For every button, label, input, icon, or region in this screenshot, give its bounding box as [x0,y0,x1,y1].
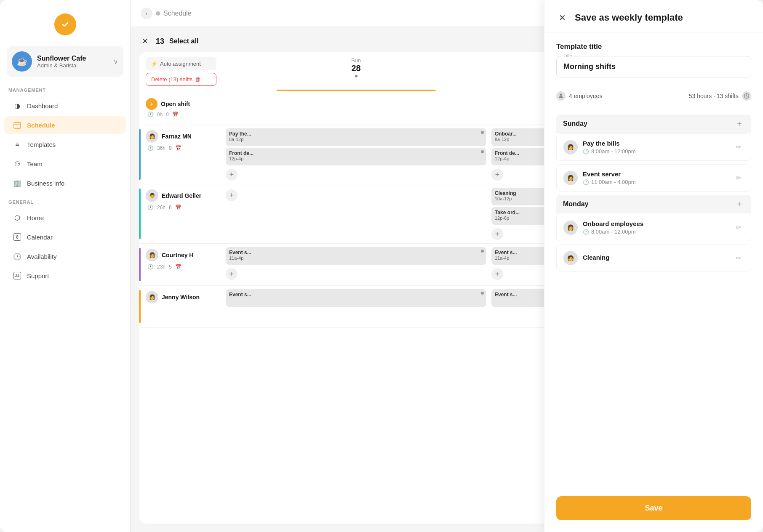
farnaz-sun-cell: Pay the... 8a-12p Front de... 12p-4p + [223,125,489,184]
emp-shifts-farnaz: 9 [169,145,172,151]
shift-dot [481,292,484,295]
add-shift-button[interactable]: + [226,268,237,280]
sidebar-item-label: Availability [27,253,57,260]
business-icon: 🏢 [13,178,22,188]
day-section-name-sunday: Sunday [563,120,587,128]
day-name-sun: Sun [227,57,486,64]
day-section-header-sunday: Sunday + [556,114,751,133]
clock-icon: 🕐 [583,149,589,154]
shift-detail-card-event-server: 👩 Event server 🕐 11:00am - 4:00pm ✏ [556,164,751,192]
emp-hours-courtney: 23h [157,264,165,270]
template-title-input[interactable] [563,62,744,71]
clock-icon: 🕐 [583,179,589,185]
shift-time: 8a-12p [229,137,483,142]
sidebar-item-availability[interactable]: 🕐 Availability [4,247,126,265]
auto-assign-button[interactable]: ⚡ Auto assignment [146,57,216,70]
sidebar-item-dashboard[interactable]: ◑ Dashboard [4,97,126,114]
calendar-icon-sm: 📅 [175,205,181,210]
edit-shift-button[interactable]: ✏ [732,222,744,234]
calendar-icon-sm: 📅 [175,145,181,151]
add-shift-button[interactable]: + [491,169,503,181]
sidebar-item-templates[interactable]: ≡ Templates [4,136,126,153]
chevron-down-icon: ∨ [113,58,118,66]
sidebar-item-home[interactable]: ⬡ Home [4,209,126,226]
support-icon: 24 [13,271,22,280]
brand-panel[interactable]: ☕ Sunflower Cafe Admin & Barista ∨ [7,46,123,77]
modal-title: Save as weekly template [575,12,683,23]
svg-rect-3 [19,122,19,123]
select-all-button[interactable]: Select all [169,37,198,45]
edit-shift-button[interactable]: ✏ [732,172,744,184]
clock-icon: 🕐 [583,229,589,235]
save-template-button[interactable]: Save [556,496,751,520]
clock-icon [742,91,751,101]
sidebar-item-calendar[interactable]: 8 Calendar [4,228,126,246]
avatar-courtney: 👩 [146,249,158,261]
shift-time: 12p-4p [229,156,483,161]
sidebar-item-schedule[interactable]: Schedule [4,116,126,134]
edit-shift-button[interactable]: ✏ [732,252,744,264]
shift-title: Event s... [495,250,528,255]
employee-name-row-edward: 👨 Edward Geller [146,189,216,202]
employee-bar-farnaz [139,129,141,180]
employee-info-jenny: 👩 Jenny Wilson [139,286,223,327]
add-shift-button[interactable]: + [491,268,503,280]
sidebar-item-label: Business info [27,180,64,187]
shift-card[interactable]: Front de... 12p-4p [226,148,486,165]
shift-detail-time: 🕐 11:00am - 4:00pm [583,179,727,185]
day-section-sunday: Sunday + 👩 Pay the bills 🕐 8:00am - 12:0… [556,114,751,192]
shift-detail-time: 🕐 8:00am - 12:00pm [583,148,727,154]
add-shift-button[interactable]: + [226,169,237,181]
sidebar: ☕ Sunflower Cafe Admin & Barista ∨ MANAG… [0,0,131,532]
shift-title: Event s... [229,250,263,255]
shift-title: Cleaning [495,190,528,196]
shift-detail-info-cleaning: Cleaning [583,254,727,262]
home-icon: ⬡ [13,213,22,222]
add-shift-button[interactable]: + [491,228,503,240]
general-section-label: GENERAL [0,193,130,208]
day-dot-sun [355,75,357,77]
shift-detail-card-pay-bills: 👩 Pay the bills 🕐 8:00am - 12:00pm ✏ [556,133,751,161]
title-float-label: Title [562,53,574,58]
trash-icon: 🗑 [195,76,200,82]
auto-assign-label: Auto assignment [160,61,201,67]
avatar-cleaning: 🧑 [563,251,578,265]
dashboard-icon: ◑ [13,101,22,110]
sidebar-item-team[interactable]: ⚇ Team [4,155,126,173]
brand-text: Sunflower Cafe Admin & Barista [37,54,108,69]
avatar-event-server: 👩 [563,171,578,185]
clock-icon: 🕐 [147,112,154,117]
collapse-sidebar-button[interactable]: ‹ [141,8,152,19]
title-input-wrap: Title [556,56,751,77]
employee-bar-courtney [139,248,141,281]
shift-card[interactable]: Event s... [226,289,486,307]
modal-close-button[interactable]: ✕ [556,12,568,24]
employee-info-farnaz: 👩 Farnaz MN 🕐 36h 9 📅 [139,125,223,184]
modal-body: Template title Title 4 employees 53 [544,32,763,496]
sidebar-item-label: Support [27,272,49,279]
courtney-sun-cell: Event s... 11a-4p + [223,244,489,285]
meta-employees: 4 employees [556,91,602,101]
employee-name-row-jenny: 👩 Jenny Wilson [146,291,216,303]
shift-dot [481,250,484,253]
add-monday-shift-button[interactable]: + [734,199,744,209]
edit-shift-button[interactable]: ✏ [732,141,744,153]
sidebar-item-support[interactable]: 24 Support [4,267,126,285]
shift-detail-time: 🕐 8:00am - 12:00pm [583,229,727,235]
shift-time: 11a-4p [229,255,483,261]
sidebar-item-business[interactable]: 🏢 Business info [4,174,126,192]
add-sunday-shift-button[interactable]: + [734,119,744,129]
shift-detail-name: Cleaning [583,254,727,261]
shift-card[interactable]: Event s... 11a-4p [226,247,486,265]
meta-hours: 53 hours · 13 shifts [689,91,751,101]
shift-card[interactable]: Pay the... 8a-12p [226,128,486,146]
brand-role: Admin & Barista [37,62,108,69]
calendar-icon-sm: 📅 [175,264,181,270]
delete-shifts-button[interactable]: Delete (13) shifts 🗑 [146,73,216,86]
deselect-button[interactable]: ✕ [139,35,151,47]
add-shift-button[interactable]: + [226,189,237,201]
template-title-label: Template title [556,43,751,51]
sidebar-item-label: Home [27,214,44,221]
logo-area [0,3,130,42]
auto-assign-icon: ⚡ [151,61,157,67]
